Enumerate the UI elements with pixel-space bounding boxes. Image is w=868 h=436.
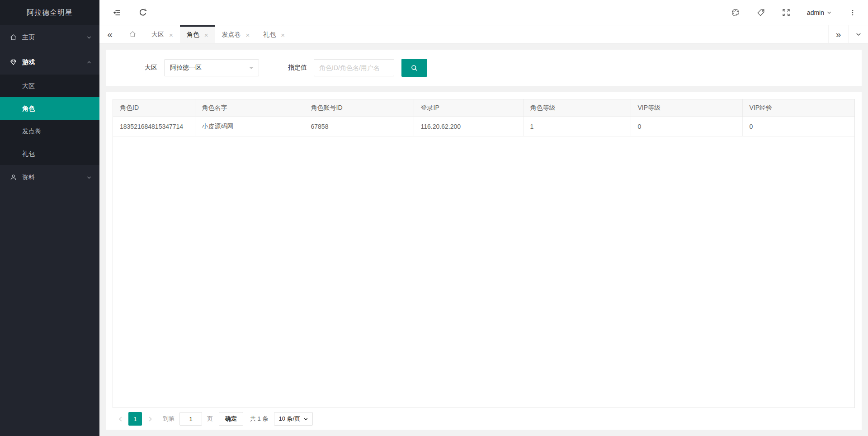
column-header: 角色ID xyxy=(113,99,195,117)
table-row: 183521684815347714 小皮源码网 67858 116.20.62… xyxy=(113,117,854,136)
cell-role-id: 183521684815347714 xyxy=(113,117,195,136)
close-icon[interactable]: × xyxy=(204,32,208,38)
sidebar-item-label: 资料 xyxy=(22,173,86,182)
fullscreen-icon[interactable] xyxy=(782,8,791,17)
sidebar-item-home[interactable]: 主页 xyxy=(0,25,99,50)
sidebar-item-gift-pack[interactable]: 礼包 xyxy=(0,142,99,165)
home-icon xyxy=(129,30,137,38)
sidebar-toggle-icon[interactable] xyxy=(113,8,122,17)
tag-icon[interactable] xyxy=(756,8,765,17)
cell-role-name: 小皮源码网 xyxy=(195,117,304,136)
tab-character[interactable]: 角色 × xyxy=(180,25,215,43)
chevron-up-icon xyxy=(86,60,92,65)
column-header: VIP经验 xyxy=(742,99,854,117)
gem-icon xyxy=(9,58,17,66)
more-options-icon[interactable] xyxy=(849,9,856,17)
tab-label: 大区 xyxy=(151,31,164,39)
app-title: 阿拉德全明星 xyxy=(0,0,99,25)
region-select[interactable]: 阿拉德一区 xyxy=(164,59,259,76)
search-button[interactable] xyxy=(401,59,427,77)
next-page-icon[interactable] xyxy=(144,412,156,426)
tab-label: 礼包 xyxy=(263,31,276,39)
chevron-down-icon xyxy=(303,417,308,422)
sidebar-item-game[interactable]: 游戏 xyxy=(0,50,99,75)
goto-page-input[interactable] xyxy=(179,412,202,426)
tabs-menu-icon[interactable] xyxy=(848,25,868,43)
tab-region[interactable]: 大区 × xyxy=(145,25,180,43)
chevron-down-icon xyxy=(86,35,92,40)
keyword-input[interactable] xyxy=(314,59,394,76)
table-header-row: 角色ID 角色名字 角色账号ID 登录IP 角色等级 VIP等级 VIP经验 xyxy=(113,99,854,117)
chevron-down-icon xyxy=(249,67,254,71)
top-header: admin xyxy=(99,0,868,25)
close-icon[interactable]: × xyxy=(169,32,173,38)
pagination: 1 到第 页 确定 共 1 条 10 条/页 xyxy=(113,408,855,430)
home-icon xyxy=(9,33,17,41)
column-header: 角色名字 xyxy=(195,99,304,117)
cell-vip-exp: 0 xyxy=(742,117,854,136)
character-table: 角色ID 角色名字 角色账号ID 登录IP 角色等级 VIP等级 VIP经验 xyxy=(113,99,854,136)
region-select-value: 阿拉德一区 xyxy=(170,64,202,72)
sidebar-item-region[interactable]: 大区 xyxy=(0,75,99,97)
sidebar: 阿拉德全明星 主页 游戏 大区 角色 发点卷 礼包 资料 xyxy=(0,0,99,436)
cell-role-level: 1 xyxy=(523,117,631,136)
sidebar-item-send-points[interactable]: 发点卷 xyxy=(0,120,99,142)
cell-vip-level: 0 xyxy=(631,117,742,136)
table-card: 角色ID 角色名字 角色账号ID 登录IP 角色等级 VIP等级 VIP经验 xyxy=(106,92,862,430)
close-icon[interactable]: × xyxy=(281,32,285,38)
keyword-label: 指定值 xyxy=(288,64,307,72)
chevron-down-icon xyxy=(86,175,92,180)
cell-login-ip: 116.20.62.200 xyxy=(414,117,523,136)
tab-gift-pack[interactable]: 礼包 × xyxy=(256,25,292,43)
main-area: admin « 大区 × 角色 × 发点卷 × xyxy=(99,0,868,436)
table-container: 角色ID 角色名字 角色账号ID 登录IP 角色等级 VIP等级 VIP经验 xyxy=(113,99,855,408)
region-label: 大区 xyxy=(145,64,157,72)
user-menu[interactable]: admin xyxy=(807,9,832,16)
tab-label: 角色 xyxy=(187,31,199,39)
app-window: 阿拉德全明星 主页 游戏 大区 角色 发点卷 礼包 资料 xyxy=(0,0,868,436)
goto-confirm-button[interactable]: 确定 xyxy=(219,412,243,426)
chevron-down-icon xyxy=(826,10,832,15)
total-count-label: 共 1 条 xyxy=(250,415,268,423)
page-unit-label: 页 xyxy=(207,415,213,423)
cell-account-id: 67858 xyxy=(304,117,414,136)
sidebar-item-label: 游戏 xyxy=(22,58,86,66)
content-area: 大区 阿拉德一区 指定值 xyxy=(99,43,868,436)
column-header: 登录IP xyxy=(414,99,523,117)
username-label: admin xyxy=(807,9,824,16)
current-page-button[interactable]: 1 xyxy=(128,412,142,426)
tabs-scroll-left-icon[interactable]: « xyxy=(99,25,120,43)
user-icon xyxy=(9,173,17,181)
tab-bar: « 大区 × 角色 × 发点卷 × 礼包 × » xyxy=(99,25,868,43)
theme-palette-icon[interactable] xyxy=(731,8,740,17)
column-header: VIP等级 xyxy=(631,99,742,117)
tab-home[interactable] xyxy=(120,25,145,43)
sidebar-item-label: 主页 xyxy=(22,33,86,42)
goto-page-label: 到第 xyxy=(163,415,175,423)
tab-send-points[interactable]: 发点卷 × xyxy=(215,25,257,43)
search-icon xyxy=(410,64,418,72)
sidebar-submenu-game: 大区 角色 发点卷 礼包 xyxy=(0,75,99,165)
tabs-scroll-right-icon[interactable]: » xyxy=(828,25,848,43)
close-icon[interactable]: × xyxy=(246,32,250,38)
prev-page-icon[interactable] xyxy=(114,412,126,426)
column-header: 角色账号ID xyxy=(304,99,414,117)
page-size-select[interactable]: 10 条/页 xyxy=(274,412,313,426)
page-size-value: 10 条/页 xyxy=(278,415,300,423)
sidebar-item-profile[interactable]: 资料 xyxy=(0,165,99,190)
tabbar-right-controls: » xyxy=(828,25,868,43)
tab-label: 发点卷 xyxy=(222,31,241,39)
search-form-card: 大区 阿拉德一区 指定值 xyxy=(106,50,862,86)
refresh-icon[interactable] xyxy=(138,8,147,17)
sidebar-item-character[interactable]: 角色 xyxy=(0,97,99,120)
column-header: 角色等级 xyxy=(523,99,631,117)
